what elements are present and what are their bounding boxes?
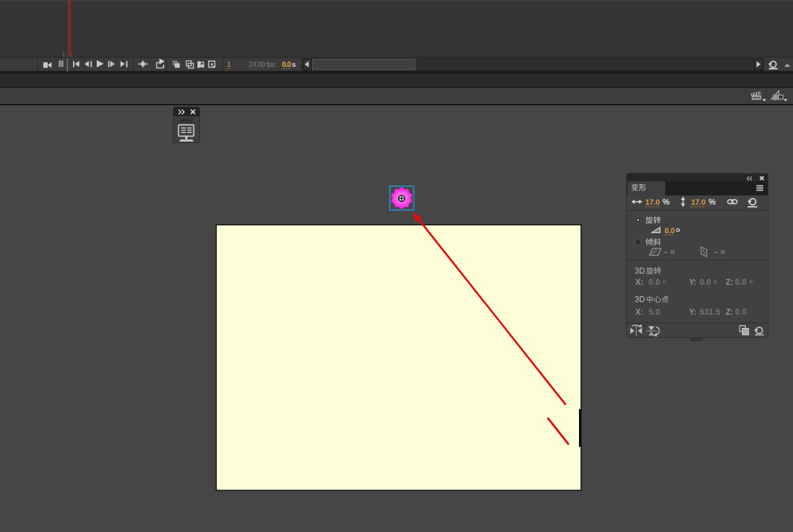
svg-text:17.0: 17.0 [645, 198, 660, 206]
svg-text:1: 1 [227, 60, 231, 68]
svg-text:3D: 3D [635, 266, 645, 276]
svg-text:X:: X: [635, 278, 643, 287]
svg-text:3D: 3D [635, 295, 645, 304]
svg-text:0.0: 0.0 [282, 60, 291, 68]
svg-text:5.0: 5.0 [649, 307, 660, 317]
svg-text:s: s [292, 60, 296, 68]
svg-text:0.0: 0.0 [700, 278, 711, 287]
svg-text:%: % [662, 197, 670, 207]
svg-text:24.00 fps: 24.00 fps [249, 60, 276, 68]
svg-text:0.0: 0.0 [735, 278, 747, 287]
svg-text:0.0: 0.0 [735, 307, 747, 317]
svg-text:531.5: 531.5 [700, 307, 720, 317]
svg-text:Y:: Y: [689, 307, 696, 317]
svg-text:17.0: 17.0 [691, 198, 706, 206]
svg-text:X:: X: [635, 307, 643, 317]
svg-text:Y:: Y: [689, 278, 696, 287]
svg-text:Z:: Z: [726, 307, 733, 317]
svg-text:0.0: 0.0 [664, 227, 674, 235]
svg-text:%: % [709, 197, 716, 207]
svg-text:0.0: 0.0 [649, 278, 660, 287]
svg-text:Z:: Z: [726, 278, 733, 287]
